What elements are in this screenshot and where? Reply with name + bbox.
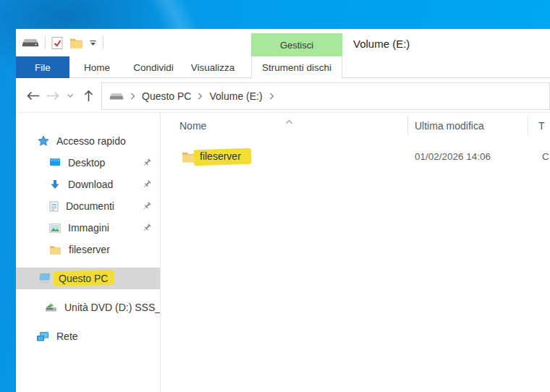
download-icon [49,179,61,189]
back-button[interactable] [24,79,41,113]
sidebar-item-dvd-drive[interactable]: Unità DVD (D:) SSS_X [16,297,160,318]
column-header-tipo[interactable]: T [538,113,545,139]
sidebar-item-label: Unità DVD (D:) SSS_X [64,302,160,313]
sidebar-item-immagini[interactable]: Immagini [16,217,160,239]
sidebar-item-label: Rete [56,331,78,342]
document-icon [49,201,59,212]
window-title: Volume (E:) [353,38,410,50]
sidebar-item-label: Accesso rapido [56,135,126,147]
file-row-fileserver[interactable]: fileserver 01/02/2026 14:06 C [161,147,550,167]
new-folder-icon[interactable] [69,38,83,48]
tab-condividi[interactable]: Condividi [124,56,182,78]
sidebar-item-label: Documenti [66,200,114,212]
desktop-background: { "window": { "title": "Volume (E:)" }, … [0,0,550,392]
sidebar-item-label: fileserver [69,244,110,255]
file-modified-date: 01/02/2026 14:06 [415,151,491,162]
sidebar-item-documenti[interactable]: Documenti [16,195,160,217]
dvd-drive-icon [45,302,57,312]
contextual-ribbon-header: Gestisci [251,33,342,56]
column-divider[interactable] [407,116,408,135]
sidebar-item-rete[interactable]: Rete [16,325,160,347]
file-name: fileserver [200,150,241,162]
tab-file[interactable]: File [16,56,69,78]
sidebar-item-desktop[interactable]: Desktop [16,152,160,174]
sidebar-item-label: Immagini [68,222,109,234]
drive-icon [109,93,124,101]
recent-locations-chevron-icon[interactable] [64,79,77,113]
properties-icon[interactable] [51,36,64,50]
address-bar-row: Questo PC Volume (E:) [16,79,550,113]
tab-strumenti-dischi[interactable]: Strumenti dischi [251,56,342,78]
breadcrumb-volume-e[interactable]: Volume (E:) [209,90,262,102]
navigation-pane: Accesso rapido Desktop Download [16,113,161,392]
chevron-right-icon[interactable] [130,93,135,100]
toolbar-separator [103,36,103,49]
content-area: Accesso rapido Desktop Download [16,113,550,392]
chevron-right-icon[interactable] [269,93,274,100]
customize-toolbar-icon[interactable] [89,40,97,46]
sidebar-item-questo-pc[interactable]: Questo PC [16,268,160,289]
address-bar[interactable]: Questo PC Volume (E:) [101,82,550,110]
sidebar-item-fileserver[interactable]: fileserver [16,239,160,260]
file-list-pane: Nome Ultima modifica T fileserver 01/02/… [161,113,550,392]
sidebar-item-accesso-rapido[interactable]: Accesso rapido [16,130,160,152]
folder-icon [49,245,62,255]
toolbar-separator [45,36,46,49]
ribbon-tab-row: File Home Condividi Visualizza Strumenti… [16,56,550,78]
network-icon [36,331,49,342]
pin-icon [143,223,151,232]
up-button[interactable] [80,79,97,113]
tab-home[interactable]: Home [69,56,124,78]
star-icon [38,135,49,147]
sidebar-item-label: Desktop [68,157,105,169]
file-type: C [542,151,549,162]
pin-icon [143,180,151,189]
title-bar: Gestisci Volume (E:) [16,29,550,56]
explorer-window: Gestisci Volume (E:) File Home Condividi… [16,29,550,392]
sort-ascending-icon [285,114,293,127]
sidebar-item-label: Download [68,179,113,190]
column-header-nome[interactable]: Nome [179,113,206,139]
computer-icon [38,273,51,284]
sidebar-item-download[interactable]: Download [16,174,160,195]
breadcrumb-questo-pc[interactable]: Questo PC [142,90,191,102]
forward-button[interactable] [44,79,62,113]
pin-icon [143,158,151,167]
image-icon [49,223,61,233]
desktop-icon [49,158,61,168]
column-divider[interactable] [528,116,528,135]
sidebar-item-label: Questo PC [59,273,108,284]
quick-access-toolbar [22,29,103,56]
chevron-right-icon[interactable] [198,93,203,100]
pin-icon [143,202,151,210]
drive-icon [22,38,39,48]
tab-visualizza[interactable]: Visualizza [182,56,243,78]
column-header-ultima-modifica[interactable]: Ultima modifica [415,113,484,139]
